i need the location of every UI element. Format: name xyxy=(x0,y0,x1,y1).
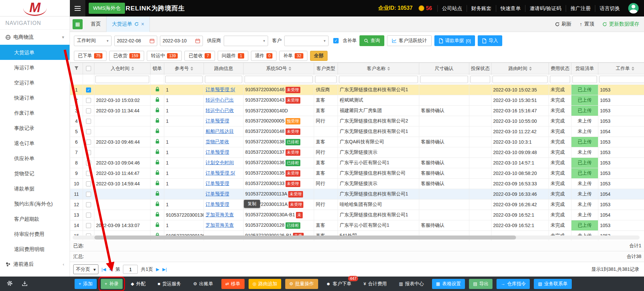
column-header[interactable]: 投保状态 xyxy=(469,63,491,74)
toolbar-button[interactable]: ¥合计费用 xyxy=(359,279,391,289)
status-tab[interactable]: 退件0 xyxy=(251,51,277,61)
toolbar-button[interactable]: ▤导出 xyxy=(469,279,492,289)
search-button[interactable]: 查询 xyxy=(359,35,384,46)
column-header[interactable]: 尺寸确认 xyxy=(419,63,469,74)
column-filter-input[interactable] xyxy=(339,76,418,83)
toolbar-button[interactable]: ▥报表中心 xyxy=(395,279,428,289)
route-link[interactable]: 货物已签收 xyxy=(206,139,229,144)
route-link[interactable]: 订单预受理 xyxy=(206,118,229,123)
sidebar-item[interactable]: 海运订单 xyxy=(0,60,70,75)
toolbar-button[interactable]: ⚙批量操作 xyxy=(285,279,318,289)
row-checkbox[interactable] xyxy=(86,171,91,176)
column-header[interactable]: 系统SO号 xyxy=(244,63,314,74)
row-checkbox[interactable] xyxy=(86,202,91,207)
toolbar-button[interactable]: ◆外配 xyxy=(127,279,149,289)
sidebar-section-ports[interactable]: 港前港后 ‹ xyxy=(0,257,70,272)
table-row[interactable]: 142022-03-09 14:33:071芝加哥海关查910537220300… xyxy=(70,220,644,231)
page-size-select[interactable]: 不分页 ▾ xyxy=(73,264,98,274)
update-cache-action[interactable]: 更新数据缓存 xyxy=(602,21,639,27)
toolbar-button[interactable]: ☻客户下单447 xyxy=(322,279,356,289)
row-checkbox[interactable]: ✓ xyxy=(86,87,91,93)
supplier-select[interactable]: ▾ xyxy=(224,36,268,46)
sort-icon[interactable] xyxy=(289,67,291,71)
row-checkbox[interactable] xyxy=(86,181,91,186)
close-tab-icon[interactable]: × xyxy=(141,21,144,27)
route-link[interactable]: 订单预受理 xyxy=(206,181,229,186)
column-header[interactable]: 费用状态 xyxy=(549,63,571,74)
topbar-link[interactable]: 公司站点 xyxy=(437,5,467,12)
date-from-input[interactable]: 2022-02-08 xyxy=(114,36,157,46)
sidebar-item[interactable]: 货物登记 xyxy=(0,166,70,181)
horizontal-scrollbar[interactable] xyxy=(73,235,640,240)
row-checkbox[interactable] xyxy=(86,140,91,145)
download-icon[interactable] xyxy=(19,281,30,287)
column-filter-input[interactable] xyxy=(550,76,570,83)
time-type-select[interactable]: 工作时间 ▾ xyxy=(74,36,112,46)
row-checkbox[interactable] xyxy=(86,108,91,113)
column-filter-input[interactable] xyxy=(492,76,548,83)
topbar-link[interactable]: 邀请码/验证码 xyxy=(525,5,566,12)
app-switch-button[interactable]: WMS海外仓 xyxy=(89,3,125,14)
row-checkbox[interactable] xyxy=(86,192,91,197)
sidebar-item[interactable]: 退仓订单 xyxy=(0,136,70,151)
column-filter-input[interactable] xyxy=(470,76,490,83)
copy-tooltip[interactable]: 复制 xyxy=(244,200,260,208)
table-row[interactable]: 32022-03-10 11:34:441转运中心已收9105372203001… xyxy=(70,106,644,116)
route-link[interactable]: 订单预受理 xyxy=(206,191,229,196)
sidebar-item[interactable]: 供应补单 xyxy=(0,151,70,166)
toolbar-button[interactable]: ⚙出账单 xyxy=(189,279,217,289)
row-checkbox[interactable] xyxy=(86,223,91,228)
sidebar-item[interactable]: 退回费用明细 xyxy=(0,242,70,257)
status-tab[interactable]: 已签收7 xyxy=(184,51,215,61)
route-link[interactable]: 转运中心已收 xyxy=(206,108,234,113)
table-row[interactable]: 62022-03-10 09:46:441货物已签收91053722030013… xyxy=(70,137,644,147)
customer-select[interactable]: ▾ xyxy=(284,36,329,46)
sidebar-item[interactable]: 大货运单 xyxy=(0,45,70,60)
toolbar-button[interactable]: ▧业务联系单 xyxy=(534,279,571,289)
column-header[interactable]: 入仓时间 xyxy=(94,63,151,74)
table-row[interactable]: 5船舶已抵达目810537220100148未受理广东无限链接信息科技有限公司1… xyxy=(70,126,644,137)
toolbar-button[interactable]: +添加 xyxy=(75,279,97,289)
table-row[interactable]: 1✓1订单预受理 S(910537220300146未受理供应商广东无限链接信息… xyxy=(70,85,644,95)
status-tab[interactable]: 问题件1 xyxy=(218,51,248,61)
route-link[interactable]: 订单预受理 S( xyxy=(206,87,235,92)
route-link[interactable]: 转运中心已出 xyxy=(206,97,234,103)
row-checkbox[interactable] xyxy=(86,129,91,134)
table-row[interactable]: 71订单预受理810537220300137未受理同行广东无限链接演示2022-… xyxy=(70,147,644,158)
route-link[interactable]: 计划交仓时间 xyxy=(206,160,234,165)
column-header[interactable]: 客户类型 xyxy=(314,63,338,74)
sidebar-item[interactable]: 待审应付费用 xyxy=(0,226,70,242)
sort-icon[interactable] xyxy=(529,67,532,71)
first-page-button[interactable]: |◀ xyxy=(101,267,106,272)
sidebar-item[interactable]: 请款单据 xyxy=(0,181,70,196)
customer-stats-button[interactable]: 客户活跃统计 xyxy=(387,35,432,46)
toolbar-button[interactable]: +补录 xyxy=(101,279,123,289)
sort-icon[interactable] xyxy=(632,67,634,71)
table-row[interactable]: 102022-03-10 14:59:441订单预受理8105372203001… xyxy=(70,179,644,189)
table-row[interactable]: 82022-03-10 09:04:461计划交仓时间9105372203001… xyxy=(70,158,644,168)
column-header[interactable]: 客户名称 xyxy=(338,63,419,74)
column-filter-input[interactable] xyxy=(572,76,597,83)
route-link[interactable]: 芝加哥海关查 xyxy=(206,222,234,228)
column-header[interactable]: 锁单 xyxy=(151,63,164,74)
page-input[interactable] xyxy=(123,265,138,274)
sidebar-item[interactable]: 空运订单 xyxy=(0,75,70,90)
toolbar-button[interactable]: ◎路由追加 xyxy=(249,279,281,289)
column-filter-input[interactable] xyxy=(205,76,242,83)
toolbar-button[interactable]: →仓库指令 xyxy=(497,279,530,289)
prev-page-button[interactable]: ◀ xyxy=(109,267,112,272)
column-header[interactable]: 工作单 xyxy=(598,63,644,74)
refresh-action[interactable]: 刷新 xyxy=(555,21,572,27)
last-page-button[interactable]: ▶| xyxy=(162,267,167,272)
column-header[interactable]: 路由信息 xyxy=(204,63,244,74)
row-checkbox[interactable] xyxy=(86,213,91,218)
topbar-link[interactable]: 推广注册 xyxy=(566,5,595,12)
sidebar-item[interactable]: 预约出库(海外仓) xyxy=(0,196,70,211)
column-filter-input[interactable] xyxy=(245,76,313,83)
include-supplement-checkbox[interactable]: ✓ xyxy=(333,38,339,43)
route-link[interactable]: 船舶已抵达目 xyxy=(206,129,234,134)
topbar-link[interactable]: 快速查单 xyxy=(496,5,525,12)
sort-icon[interactable] xyxy=(190,67,193,71)
route-link[interactable]: 订单预受理 xyxy=(206,202,229,207)
row-checkbox[interactable] xyxy=(86,98,91,103)
